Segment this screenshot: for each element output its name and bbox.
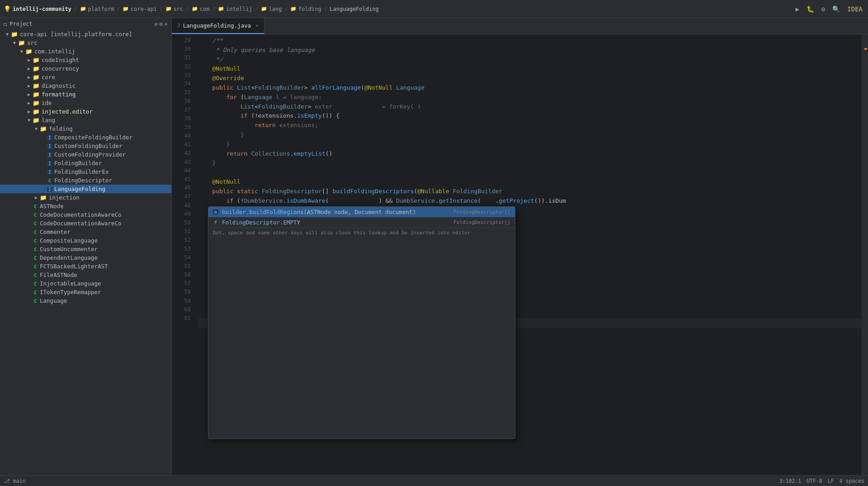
tree-item-languagefolding[interactable]: ILanguageFolding [0, 185, 171, 193]
autocomplete-popup[interactable]: mbuilder.buildFoldRegions(ASTNode node, … [208, 206, 515, 439]
folder-icon: 📁 [33, 74, 40, 81]
editor-area: J LanguageFolding.java ✕ 293031323334353… [172, 18, 868, 475]
breadcrumb-file[interactable]: LanguageFolding [330, 6, 378, 12]
tree-item-com.intellij[interactable]: ▼📁com.intellij [0, 47, 171, 56]
tab-close-icon[interactable]: ✕ [255, 23, 259, 29]
status-bar: ⎇ main 3:102:1 UTF-8 LF 4 spaces [0, 475, 868, 486]
debug-button[interactable]: 🐛 [805, 5, 816, 14]
tree-item-dependentlanguage[interactable]: CDependentLanguage [0, 253, 171, 262]
tree-item-itokentyperemapper[interactable]: CITokenTypeRemapper [0, 288, 171, 296]
tree-item-injectablelanguage[interactable]: CInjectableLanguage [0, 279, 171, 288]
breadcrumb-src[interactable]: 📁 src [165, 6, 184, 12]
breadcrumb-label: core-api [131, 6, 157, 12]
tree-item-label: diagnostic [42, 82, 75, 89]
line-sep-indicator[interactable]: LF [828, 478, 834, 484]
tab-bar: J LanguageFolding.java ✕ [172, 18, 868, 34]
tree-arrow: ▶ [25, 57, 33, 62]
tree-item-compositelanguage[interactable]: CCompositeLanguage [0, 236, 171, 245]
autocomplete-type: FoldingDescriptor[] [453, 219, 510, 225]
interface-icon: I [47, 151, 52, 158]
breadcrumb-lang[interactable]: 📁 lang [261, 6, 282, 12]
class-icon: C [33, 280, 38, 287]
tree-item-customfoldingbuilder[interactable]: ICustomFoldingBuilder [0, 142, 171, 150]
tree-item-fctsbackedlighterast[interactable]: CFCTSBackedLighterAST [0, 262, 171, 271]
tab-language-folding[interactable]: J LanguageFolding.java ✕ [172, 18, 264, 34]
tree-item-foldingbuilder[interactable]: IFoldingBuilder [0, 159, 171, 167]
breadcrumb-core-api[interactable]: 📁 core-api [123, 6, 157, 12]
breadcrumb-label: lang [269, 6, 282, 12]
tree-item-formatting[interactable]: ▶📁formatting [0, 90, 171, 99]
tree-item-codedocumentationawareco[interactable]: CCodeDocumentationAwareCo [0, 219, 171, 228]
line-number: 31 [172, 53, 191, 62]
tree-item-fileastnode[interactable]: CFileASTNode [0, 271, 171, 279]
breadcrumb-folding[interactable]: 📁 folding [290, 6, 321, 12]
tree-item-injected.editor[interactable]: ▶📁injected.editor [0, 107, 171, 116]
tree-item-codedocumentationawareco[interactable]: CCodeDocumentationAwareCo [0, 210, 171, 219]
breadcrumb-com[interactable]: 📁 com [192, 6, 210, 12]
close-sidebar-icon[interactable]: ✕ [165, 21, 168, 27]
method-icon: m [213, 210, 218, 214]
tree-item-concurrency[interactable]: ▶📁concurrency [0, 64, 171, 73]
search-button[interactable]: 🔍 [830, 5, 842, 14]
tree-item-src[interactable]: ▼📁src [0, 38, 171, 47]
tree-item-label: LanguageFolding [54, 186, 105, 192]
app-logo: 💡 intellij-community [4, 5, 71, 12]
settings-button[interactable]: ⚙ [820, 5, 827, 14]
tree-item-label: CompositeFoldingBuilder [54, 134, 132, 141]
layout-icon[interactable]: ⇄ [154, 21, 157, 27]
tree-item-label: ITokenTypeRemapper [40, 289, 101, 295]
tree-arrow: ▼ [18, 49, 25, 54]
tree-item-customuncommenter[interactable]: CCustomUncommenter [0, 245, 171, 253]
line-col-indicator[interactable]: 3:102:1 [779, 478, 801, 484]
folder-icon: 📁 [40, 194, 47, 201]
tree-item-ide[interactable]: ▶📁ide [0, 99, 171, 107]
tree-item-label: injected.editor [42, 108, 93, 115]
tree-item-foldingbuilderex[interactable]: IFoldingBuilderEx [0, 167, 171, 176]
code-line: if (!DumbService.isDumbAware( ) && DumbS… [198, 196, 862, 206]
autocomplete-item[interactable]: fFoldingDescriptor.EMPTYFoldingDescripto… [208, 217, 515, 228]
line-number: 56 [172, 271, 191, 279]
sidebar-header: ◻ Project ⇄ ⚙ ✕ [0, 18, 171, 30]
tree-arrow: ▶ [25, 75, 33, 80]
code-line: return extensions; [198, 121, 862, 130]
tree-item-label: DependentLanguage [40, 254, 98, 261]
tree-item-label: FoldingDescriptor [54, 177, 112, 184]
code-line: /** [198, 36, 862, 46]
tree-item-language[interactable]: CLanguage [0, 296, 171, 305]
tree-item-codeinsight[interactable]: ▶📁codeInsight [0, 56, 171, 64]
tree-item-label: FoldingBuilder [54, 160, 102, 167]
tree-item-core[interactable]: ▶📁core [0, 73, 171, 81]
breadcrumb-platform[interactable]: 📁 platform [80, 6, 114, 12]
settings-icon[interactable]: ⚙ [160, 21, 163, 27]
autocomplete-item[interactable]: mbuilder.buildFoldRegions(ASTNode node, … [208, 207, 515, 217]
tree-item-lang[interactable]: ▼📁lang [0, 116, 171, 124]
run-button[interactable]: ▶ [793, 5, 801, 14]
tree-item-injection[interactable]: ▶📁injection [0, 193, 171, 202]
code-editor: 2930313233343536373839404142434445464748… [172, 34, 868, 475]
idea-btn[interactable]: IDEA [845, 5, 864, 14]
tree-item-folding[interactable]: ▼📁folding [0, 124, 171, 133]
editor-gutter [862, 34, 868, 475]
tree-item-label: FileASTNode [40, 272, 77, 278]
encoding-indicator[interactable]: UTF-8 [807, 478, 822, 484]
breadcrumb-label: LanguageFolding [330, 6, 378, 12]
code-line: public List<FoldingBuilder> allForLangua… [198, 83, 862, 93]
line-numbers: 2930313233343536373839404142434445464748… [172, 34, 194, 475]
project-sidebar[interactable]: ◻ Project ⇄ ⚙ ✕ ▼📁core-api [intellij.pla… [0, 18, 172, 475]
tree-item-core-api-[intellij.platform.core][interactable]: ▼📁core-api [intellij.platform.core] [0, 30, 171, 38]
tree-item-foldingdescriptor[interactable]: CFoldingDescriptor [0, 176, 171, 185]
indent-indicator[interactable]: 4 spaces [840, 478, 864, 484]
tree-item-label: injection [49, 194, 80, 201]
tree-item-label: InjectableLanguage [40, 280, 101, 287]
tree-item-compositefoldingbuilder[interactable]: ICompositeFoldingBuilder [0, 133, 171, 142]
breadcrumb-label: src [174, 6, 184, 12]
tree-item-astnode[interactable]: CASTNode [0, 202, 171, 210]
tree-item-commenter[interactable]: CCommenter [0, 228, 171, 236]
tree-arrow: ▼ [25, 118, 33, 123]
java-file-icon: J [177, 23, 180, 29]
breadcrumb-intellij[interactable]: 📁 intellij [218, 6, 252, 12]
tree-item-customfoldingprovider[interactable]: ICustomFoldingProvider [0, 150, 171, 159]
interface-icon: I [47, 134, 52, 141]
tree-item-diagnostic[interactable]: ▶📁diagnostic [0, 81, 171, 90]
tree-item-label: folding [49, 125, 73, 132]
